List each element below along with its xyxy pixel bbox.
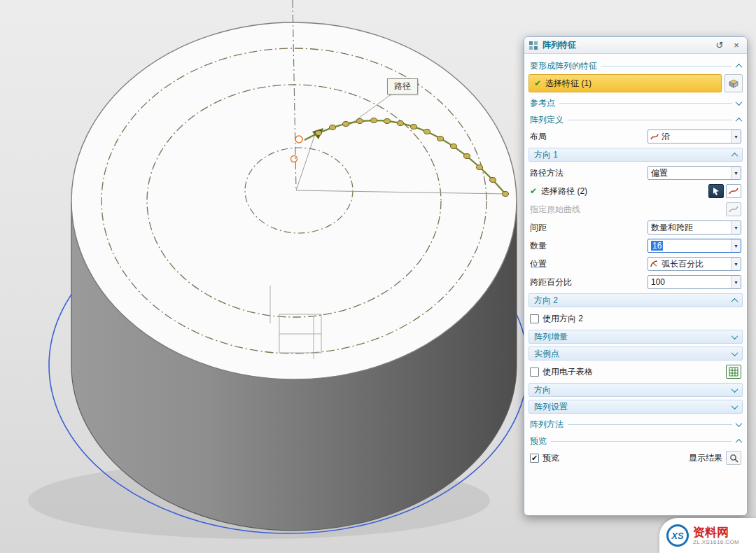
- subgroup-orientation[interactable]: 方向: [528, 383, 743, 397]
- direction-2-label: 方向 2: [534, 295, 558, 307]
- location-label: 位置: [530, 258, 547, 270]
- group-reference-point-label: 参考点: [530, 97, 555, 109]
- group-preview[interactable]: 预览: [530, 435, 741, 447]
- subgroup-instance-points[interactable]: 实例点: [528, 346, 743, 360]
- select-feature-field[interactable]: ✔ 选择特征 (1): [528, 74, 722, 92]
- path-label: 路径: [387, 78, 418, 94]
- group-pattern-method[interactable]: 阵列方法: [530, 419, 741, 430]
- group-preview-label: 预览: [530, 435, 547, 447]
- subgroup-pattern-settings[interactable]: 阵列设置: [528, 400, 743, 414]
- group-features-to-pattern[interactable]: 要形成阵列的特征: [530, 60, 741, 72]
- origin-handle[interactable]: [295, 136, 302, 143]
- close-button[interactable]: ×: [730, 39, 743, 52]
- show-result-button[interactable]: [726, 451, 741, 465]
- collapse-icon: [736, 439, 743, 446]
- use-spreadsheet-checkbox[interactable]: [530, 368, 539, 377]
- check-icon: ✔: [530, 186, 537, 196]
- pattern-instance-marker[interactable]: [357, 119, 363, 124]
- expand-icon: [736, 420, 743, 427]
- group-pattern-definition[interactable]: 阵列定义: [530, 114, 741, 126]
- select-feature-row: ✔ 选择特征 (1): [528, 74, 743, 92]
- specify-original-curve-row: 指定原始曲线: [530, 201, 741, 218]
- pattern-increment-label: 阵列增量: [534, 331, 568, 343]
- subgroup-pattern-increment[interactable]: 阵列增量: [528, 330, 743, 344]
- spreadsheet-button[interactable]: [726, 365, 741, 379]
- caret-down-icon: ▾: [731, 167, 741, 179]
- orientation-label: 方向: [534, 384, 551, 396]
- dialog-titlebar[interactable]: 阵列特征 ↺ ×: [524, 37, 747, 54]
- collapse-icon: [736, 64, 743, 71]
- along-path-icon: [648, 132, 659, 141]
- pattern-instance-marker[interactable]: [424, 130, 430, 134]
- spacing-label: 间距: [530, 222, 547, 234]
- group-reference-point[interactable]: 参考点: [530, 97, 741, 109]
- pattern-settings-label: 阵列设置: [534, 401, 568, 413]
- selected-feature-button[interactable]: [724, 74, 743, 92]
- cursor-icon: [712, 187, 720, 195]
- pattern-instance-marker[interactable]: [464, 154, 470, 159]
- caret-down-icon: ▾: [731, 130, 741, 143]
- collapse-icon: [732, 298, 738, 304]
- spacing-row: 间距 数量和跨距 ▾: [530, 219, 741, 236]
- spreadsheet-icon: [729, 367, 738, 377]
- direction-1-label: 方向 1: [534, 149, 558, 161]
- instance-points-label: 实例点: [534, 348, 559, 360]
- location-row: 位置 弧长百分比 ▾: [530, 255, 741, 272]
- pattern-instance-marker[interactable]: [477, 165, 483, 170]
- count-label: 数量: [530, 240, 547, 252]
- preview-row: ✔ 预览 显示结果: [530, 449, 741, 466]
- spacing-dropdown[interactable]: 数量和跨距 ▾: [648, 220, 741, 234]
- caret-down-icon: ▾: [731, 239, 741, 252]
- show-result-label: 显示结果: [689, 452, 722, 464]
- path-label-text: 路径: [394, 81, 411, 91]
- subgroup-direction-1[interactable]: 方向 1: [528, 148, 743, 162]
- path-selection-button[interactable]: [708, 184, 724, 198]
- use-spreadsheet-label: 使用电子表格: [542, 366, 593, 378]
- path-method-dropdown[interactable]: 偏置 ▾: [648, 166, 741, 180]
- location-dropdown[interactable]: 弧长百分比 ▾: [648, 257, 741, 271]
- expand-icon: [732, 332, 738, 340]
- pattern-instance-marker[interactable]: [398, 121, 404, 126]
- group-pattern-method-label: 阵列方法: [530, 419, 564, 430]
- use-direction-2-row: 使用方向 2: [530, 310, 741, 327]
- expand-icon: [736, 99, 743, 106]
- pattern-feature-icon: [528, 41, 538, 50]
- spacing-value: 数量和跨距: [648, 222, 731, 234]
- specify-original-curve-label: 指定原始曲线: [530, 204, 580, 216]
- caret-down-icon: ▾: [731, 221, 741, 234]
- count-row: 数量 16 ▾: [530, 237, 741, 254]
- pattern-instance-marker[interactable]: [343, 122, 349, 127]
- original-curve-icon: [729, 205, 738, 214]
- pattern-instance-marker[interactable]: [451, 144, 457, 149]
- count-input[interactable]: 16 ▾: [648, 239, 741, 253]
- pattern-instance-marker[interactable]: [384, 119, 391, 124]
- watermark-logo: XS: [666, 524, 689, 547]
- use-direction-2-checkbox[interactable]: [530, 314, 539, 323]
- curve-select-button[interactable]: [726, 184, 741, 198]
- pattern-instance-marker[interactable]: [490, 178, 496, 183]
- pattern-instance-marker[interactable]: [411, 125, 417, 130]
- reset-button[interactable]: ↺: [713, 39, 726, 52]
- arc-length-percent-icon: [648, 260, 659, 268]
- preview-checkbox[interactable]: ✔: [530, 454, 539, 463]
- group-pattern-definition-label: 阵列定义: [530, 114, 564, 126]
- check-icon: ✔: [534, 78, 541, 88]
- pattern-instance-marker[interactable]: [503, 192, 509, 197]
- pattern-instance-marker[interactable]: [371, 118, 377, 123]
- use-direction-2-label: 使用方向 2: [542, 313, 583, 325]
- pattern-instance-marker[interactable]: [438, 136, 444, 141]
- dialog-title: 阵列特征: [542, 39, 576, 51]
- expand-icon: [732, 349, 738, 356]
- pattern-instance-marker[interactable]: [330, 125, 336, 130]
- pattern-feature-dialog: 阵列特征 ↺ × 要形成阵列的特征 ✔ 选择特征 (1): [524, 36, 748, 516]
- pattern-instance-marker[interactable]: [316, 131, 322, 136]
- original-curve-button[interactable]: [726, 202, 741, 216]
- curve-icon: [729, 187, 738, 195]
- span-percentage-value: 100: [648, 277, 731, 287]
- path-method-row: 路径方法 偏置 ▾: [530, 164, 741, 181]
- span-percentage-input[interactable]: 100 ▾: [648, 275, 741, 289]
- subgroup-direction-2[interactable]: 方向 2: [528, 293, 743, 307]
- layout-dropdown[interactable]: 沿 ▾: [648, 130, 741, 144]
- location-value: 弧长百分比: [659, 258, 731, 270]
- group-features-label: 要形成阵列的特征: [530, 60, 597, 72]
